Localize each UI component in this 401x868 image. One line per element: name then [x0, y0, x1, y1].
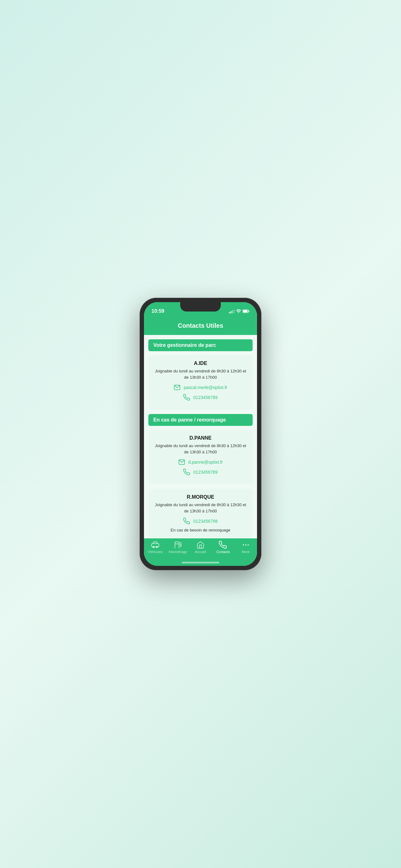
contact-email-aide[interactable]: pascal.merle@optixt.fr: [153, 384, 248, 391]
contact-name-dpanne: D.PANNE: [153, 435, 248, 441]
app-header: Contacts Utiles: [144, 318, 257, 335]
status-icons: [229, 309, 249, 313]
home-bar: [182, 562, 219, 563]
svg-point-7: [153, 546, 154, 548]
wifi-icon: [236, 309, 241, 313]
home-icon: [196, 541, 205, 549]
svg-rect-1: [248, 311, 249, 312]
contact-phone-dpanne[interactable]: 0123456789: [153, 469, 248, 475]
email-value-aide: pascal.merle@optixt.fr: [183, 385, 227, 390]
email-icon-dpanne: [178, 459, 185, 466]
svg-rect-2: [243, 310, 247, 312]
car-icon: [151, 541, 159, 549]
phone-icon: [183, 394, 190, 401]
header-title: Contacts Utiles: [178, 322, 223, 329]
contact-card-aide: A.IDE Joignable du lundi au vendredi de …: [148, 355, 253, 410]
nav-contacts-label: Contacts: [216, 550, 230, 554]
contact-card-rmorque: R.MORQUE Joignable du lundi au vendredi …: [148, 489, 253, 538]
nav-kilometrage-label: Kilométrage: [169, 550, 187, 554]
fuel-icon: [174, 541, 182, 549]
nav-vehicules[interactable]: Véhicules: [146, 541, 165, 554]
more-dots-icon: [242, 541, 250, 549]
phone-icon-dpanne: [183, 469, 190, 475]
contact-hours-aide: Joignable du lundi au vendredi de 8h30 à…: [153, 368, 248, 380]
section-header-panne: En cas de panne / remorquage: [148, 414, 253, 426]
svg-point-11: [247, 544, 248, 546]
battery-icon: [243, 309, 249, 313]
status-time: 10:59: [152, 308, 164, 314]
nav-accueil-label: Accueil: [195, 550, 206, 554]
signal-icon: [229, 309, 235, 313]
svg-point-8: [156, 546, 157, 548]
nav-vehicules-label: Véhicules: [148, 550, 163, 554]
contact-email-dpanne[interactable]: d.panne@optixt.fr: [153, 459, 248, 466]
bottom-nav: Véhicules Kilométrage Accueil: [144, 538, 257, 560]
section-header-gestionnaire: Votre gestionnaire de parc: [148, 339, 253, 351]
contact-hours-dpanne: Joignable du lundi au vendredi de 8h30 à…: [153, 443, 248, 455]
email-icon: [174, 384, 180, 391]
svg-point-9: [243, 544, 244, 546]
contact-name-aide: A.IDE: [153, 361, 248, 366]
contacts-phone-icon: [219, 541, 227, 549]
phone-value-rmorque: 0123456798: [193, 519, 218, 524]
contact-phone-rmorque[interactable]: 0123456798: [153, 518, 248, 525]
nav-more-label: More: [242, 550, 249, 554]
nav-kilometrage[interactable]: Kilométrage: [169, 541, 188, 554]
contact-phone-aide[interactable]: 0123456789: [153, 394, 248, 401]
svg-rect-6: [152, 544, 159, 547]
email-value-dpanne: d.panne@optixt.fr: [188, 460, 223, 465]
contact-note-rmorque: En cas de besoin de remorquage: [153, 528, 248, 532]
contact-name-rmorque: R.MORQUE: [153, 494, 248, 500]
nav-more[interactable]: More: [236, 541, 255, 554]
phone-value-aide: 0123456789: [193, 395, 218, 400]
content-area: Votre gestionnaire de parc A.IDE Joignab…: [144, 335, 257, 538]
contact-hours-rmorque: Joignable du lundi au vendredi de 8h30 à…: [153, 502, 248, 514]
home-indicator: [144, 560, 257, 566]
phone-screen: 10:59 Contacts Utiles Vot: [144, 302, 257, 566]
phone-icon-rmorque: [183, 518, 190, 525]
notch: [180, 302, 221, 312]
svg-point-10: [245, 544, 246, 546]
contact-card-dpanne: D.PANNE Joignable du lundi au vendredi d…: [148, 430, 253, 484]
phone-frame: 10:59 Contacts Utiles Vot: [140, 298, 261, 570]
nav-contacts[interactable]: Contacts: [213, 541, 232, 554]
phone-value-dpanne: 0123456789: [193, 470, 218, 475]
nav-accueil[interactable]: Accueil: [191, 541, 210, 554]
